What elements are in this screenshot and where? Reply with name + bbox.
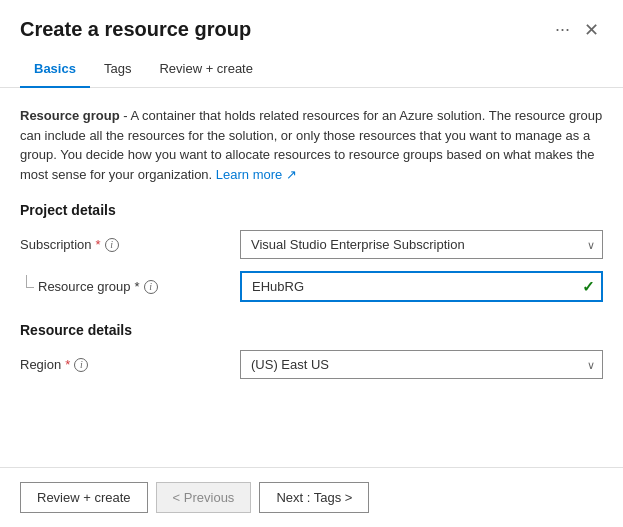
project-details-title: Project details <box>20 202 603 218</box>
subscription-row: Subscription * i Visual Studio Enterpris… <box>20 230 603 259</box>
subscription-select[interactable]: Visual Studio Enterprise Subscription <box>240 230 603 259</box>
learn-more-link[interactable]: Learn more ↗ <box>216 167 297 182</box>
subscription-info-icon[interactable]: i <box>105 238 119 252</box>
resource-details-section: Resource details Region * i (US) East US… <box>20 322 603 379</box>
external-link-icon: ↗ <box>286 167 297 182</box>
tab-review-create[interactable]: Review + create <box>145 51 267 88</box>
close-button[interactable]: ✕ <box>580 19 603 41</box>
resource-group-input[interactable] <box>240 271 603 302</box>
resource-group-label: Resource group * i <box>38 279 240 294</box>
region-info-icon[interactable]: i <box>74 358 88 372</box>
resource-group-control: ✓ <box>240 271 603 302</box>
review-create-button[interactable]: Review + create <box>20 482 148 513</box>
rg-required: * <box>135 279 140 294</box>
region-select[interactable]: (US) East US <box>240 350 603 379</box>
rg-info-icon[interactable]: i <box>144 280 158 294</box>
next-button[interactable]: Next : Tags > <box>259 482 369 513</box>
dialog-title: Create a resource group <box>20 18 545 41</box>
more-options-icon[interactable]: ··· <box>555 19 570 40</box>
project-details-section: Project details Subscription * i Visual … <box>20 202 603 302</box>
dialog-body: Resource group - A container that holds … <box>0 88 623 467</box>
tab-tags[interactable]: Tags <box>90 51 145 88</box>
subscription-label: Subscription * i <box>20 237 240 252</box>
region-label: Region * i <box>20 357 240 372</box>
region-control: (US) East US ∨ <box>240 350 603 379</box>
subscription-control: Visual Studio Enterprise Subscription ∨ <box>240 230 603 259</box>
region-required: * <box>65 357 70 372</box>
region-row: Region * i (US) East US ∨ <box>20 350 603 379</box>
subscription-required: * <box>96 237 101 252</box>
create-resource-group-dialog: Create a resource group ··· ✕ Basics Tag… <box>0 0 623 527</box>
dialog-footer: Review + create < Previous Next : Tags > <box>0 467 623 527</box>
previous-button[interactable]: < Previous <box>156 482 252 513</box>
description-bold: Resource group <box>20 108 120 123</box>
tab-basics[interactable]: Basics <box>20 51 90 88</box>
description-text: Resource group - A container that holds … <box>20 106 603 184</box>
dialog-header: Create a resource group ··· ✕ <box>0 0 623 51</box>
tab-bar: Basics Tags Review + create <box>0 51 623 88</box>
resource-details-title: Resource details <box>20 322 603 338</box>
resource-group-row: Resource group * i ✓ <box>20 271 603 302</box>
rg-valid-icon: ✓ <box>582 278 595 296</box>
